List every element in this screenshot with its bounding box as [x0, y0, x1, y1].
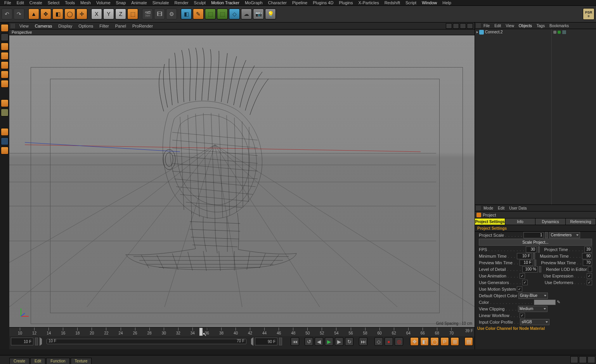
linear-workflow-checkbox[interactable]: ✓: [520, 313, 525, 318]
vp-menu-options[interactable]: Options: [75, 24, 96, 28]
spinner[interactable]: [35, 338, 38, 345]
tab-project-settings[interactable]: Project Settings: [475, 218, 505, 225]
texture-mode-button[interactable]: [1, 43, 9, 50]
fps-input[interactable]: 30: [526, 246, 537, 253]
viewport-menu[interactable]: ViewCamerasDisplayOptionsFilterPanelProR…: [9, 23, 475, 29]
lod-input[interactable]: 100 %: [522, 266, 538, 272]
attribute-manager-menu[interactable]: ModeEditUser Data: [475, 205, 596, 211]
bottom-tab-edit[interactable]: Edit: [30, 358, 45, 364]
vp-menu-prorender[interactable]: ProRender: [129, 24, 156, 28]
obj-menu-bookmarks[interactable]: Bookmarks: [547, 24, 571, 28]
goto-end-button[interactable]: ⏭: [359, 337, 367, 346]
color-swatch[interactable]: [534, 300, 556, 305]
range-slider[interactable]: 10 F 70 F: [47, 339, 246, 344]
menu-volume[interactable]: Volume: [94, 0, 113, 5]
live-select-tool[interactable]: ▲: [28, 9, 39, 19]
use-expression-checkbox[interactable]: ✓: [587, 273, 592, 279]
goto-start-button[interactable]: ⏮: [291, 337, 299, 346]
scale-tool[interactable]: ◧: [52, 9, 63, 19]
generator-menu[interactable]: ⬚: [205, 9, 216, 19]
goto-next-key-button[interactable]: ↻: [345, 337, 353, 346]
range-right-handle[interactable]: [248, 337, 253, 346]
autokey-button[interactable]: ●: [385, 337, 393, 346]
primitive-menu[interactable]: ◧: [181, 9, 192, 19]
obj-menu-objects[interactable]: Objects: [516, 24, 534, 28]
axis-gizmo[interactable]: [19, 307, 30, 318]
menu-render[interactable]: Render: [172, 0, 191, 5]
render-pv-button[interactable]: 🎞: [154, 9, 165, 19]
vp-menu-filter[interactable]: Filter: [96, 24, 112, 28]
menu-x-particles[interactable]: X-Particles: [355, 0, 381, 5]
viewport-tab[interactable]: Perspective: [9, 29, 475, 35]
tab-info[interactable]: Info: [505, 218, 535, 225]
attr-menu-mode[interactable]: Mode: [481, 206, 496, 210]
prev-min-input[interactable]: 10 F: [520, 260, 533, 266]
view-clipping-combo[interactable]: Medium: [518, 306, 547, 312]
vp-menu-cameras[interactable]: Cameras: [32, 24, 55, 28]
menu-window[interactable]: Window: [419, 0, 440, 5]
move-tool[interactable]: ✥: [40, 9, 51, 19]
material-manager-bar[interactable]: CreateEditFunctionTexture: [0, 355, 596, 364]
pos-key-button[interactable]: ✥: [410, 337, 419, 346]
expand-icon[interactable]: [476, 31, 478, 33]
mesh-object-head[interactable]: [102, 39, 374, 280]
snap-enable-button[interactable]: [1, 128, 9, 136]
snap-settings-button[interactable]: [1, 137, 9, 145]
main-menu[interactable]: FileEditCreateSelectToolsMeshVolumeSnapA…: [0, 0, 596, 5]
vp-menu-panel[interactable]: Panel: [112, 24, 129, 28]
polygon-mode-button[interactable]: [1, 80, 9, 88]
layer-dot[interactable]: [553, 31, 556, 34]
environment-menu[interactable]: ☁: [241, 9, 252, 19]
menu-animate[interactable]: Animate: [128, 0, 149, 5]
use-deformers-checkbox[interactable]: ✓: [587, 280, 592, 285]
pla-key-button[interactable]: ⊞: [450, 337, 459, 346]
object-name[interactable]: Connect.2: [485, 30, 503, 34]
object-tags[interactable]: [552, 29, 596, 35]
obj-menu-edit[interactable]: Edit: [492, 24, 503, 28]
menu-create[interactable]: Create: [27, 0, 45, 5]
default-object-color-combo[interactable]: Gray-Blue: [518, 293, 548, 299]
step-forward-button[interactable]: ▶: [335, 337, 343, 346]
menu-file[interactable]: File: [2, 0, 14, 5]
prev-max-input[interactable]: 70: [583, 260, 592, 266]
keyframe-sel-button[interactable]: ◎: [395, 337, 403, 346]
viewport-solo-button[interactable]: [1, 109, 9, 116]
workplane-mode-button[interactable]: [1, 52, 9, 60]
x-axis-lock[interactable]: X: [91, 9, 102, 19]
coord-system-button[interactable]: ⬚: [127, 9, 138, 19]
menu-pipeline[interactable]: Pipeline: [289, 0, 310, 5]
menu-snap[interactable]: Snap: [113, 0, 129, 5]
obj-menu-view[interactable]: View: [503, 24, 516, 28]
attr-menu-edit[interactable]: Edit: [496, 206, 507, 210]
make-editable-button[interactable]: [1, 24, 9, 32]
tab-dynamics[interactable]: Dynamics: [535, 218, 566, 225]
goto-prev-key-button[interactable]: ↺: [305, 337, 313, 346]
visibility-editor-dot[interactable]: [558, 31, 561, 34]
recent-tool[interactable]: ✛: [76, 9, 87, 19]
object-manager[interactable]: Connect.2: [475, 29, 596, 205]
max-time-input[interactable]: 90: [582, 253, 592, 259]
bottom-tab-function[interactable]: Function: [46, 358, 69, 364]
point-mode-button[interactable]: [1, 61, 9, 69]
object-manager-menu[interactable]: FileEditViewObjectsTagsBookmarks: [475, 23, 596, 29]
attr-menu-user-data[interactable]: User Data: [507, 206, 529, 210]
viewport-window-buttons[interactable]: [446, 23, 473, 29]
menu-help[interactable]: Help: [440, 0, 454, 5]
spinner[interactable]: [545, 232, 548, 238]
obj-menu-tags[interactable]: Tags: [534, 24, 547, 28]
spinner[interactable]: [534, 260, 537, 266]
bottom-tab-texture[interactable]: Texture: [71, 358, 92, 364]
bottom-tab-create[interactable]: Create: [9, 358, 29, 364]
redo-button[interactable]: ↷: [14, 9, 24, 19]
render-lod-checkbox[interactable]: [588, 267, 592, 272]
undo-button[interactable]: ↶: [2, 9, 12, 19]
vp-menu-view[interactable]: View: [16, 24, 32, 28]
menu-edit[interactable]: Edit: [14, 0, 27, 5]
range-left-handle[interactable]: [40, 337, 45, 346]
model-mode-button[interactable]: [1, 33, 9, 41]
pen-menu[interactable]: ✎: [193, 9, 204, 19]
workplane-button[interactable]: [1, 147, 9, 154]
current-frame-right[interactable]: 90 F: [255, 338, 277, 345]
use-generators-checkbox[interactable]: ✓: [522, 280, 528, 285]
menu-select[interactable]: Select: [45, 0, 62, 5]
